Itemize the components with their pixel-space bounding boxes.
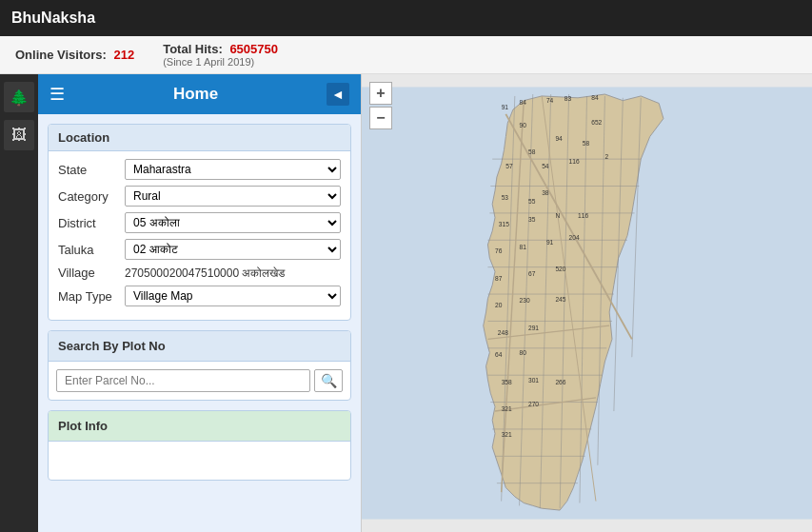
svg-text:91: 91	[546, 239, 554, 246]
taluka-select[interactable]: 02 आकोट	[125, 239, 341, 260]
plot-info-header: Plot Info	[49, 411, 350, 442]
svg-text:520: 520	[555, 266, 565, 272]
svg-text:321: 321	[502, 405, 512, 412]
online-label: Online Visitors:	[15, 48, 107, 62]
svg-text:266: 266	[555, 379, 565, 385]
svg-text:64: 64	[495, 351, 503, 358]
svg-text:652: 652	[591, 119, 602, 126]
svg-text:94: 94	[555, 135, 563, 142]
location-section: Location State Maharastra Category Rural…	[48, 124, 351, 321]
svg-text:91: 91	[502, 104, 509, 110]
side-panel: ☰ Home ◄ Location State Maharastra Categ…	[38, 74, 362, 532]
svg-text:230: 230	[520, 298, 530, 305]
plot-info-content	[49, 442, 350, 480]
online-visitors: Online Visitors: 212	[15, 48, 134, 62]
search-icon: 🔍	[321, 373, 337, 388]
svg-text:84: 84	[520, 99, 527, 106]
main-layout: 🌲 🖼 ☰ Home ◄ Location State Maharastra	[0, 74, 812, 532]
village-row: Village 270500020047510000 अकोलखेड	[58, 266, 341, 280]
nav-bar: ☰ Home ◄	[38, 74, 361, 114]
svg-text:83: 83	[564, 95, 572, 102]
svg-text:20: 20	[495, 302, 503, 308]
svg-text:270: 270	[528, 401, 539, 407]
svg-text:116: 116	[578, 212, 588, 219]
icon-sidebar: 🌲 🖼	[0, 74, 38, 532]
svg-text:N: N	[555, 212, 560, 219]
plot-info-section: Plot Info	[48, 410, 351, 481]
zoom-controls: + −	[369, 82, 392, 129]
online-value: 212	[113, 48, 134, 62]
since-label: (Since 1 April 2019)	[163, 56, 254, 68]
village-label: Village	[58, 266, 125, 280]
svg-text:54: 54	[542, 163, 549, 169]
map-type-label: Map Type	[58, 289, 125, 304]
svg-text:84: 84	[591, 94, 599, 101]
map-area[interactable]: + −	[362, 74, 812, 532]
svg-text:301: 301	[528, 377, 539, 384]
search-header: Search By Plot No	[49, 331, 350, 362]
tree-icon: 🌲	[10, 89, 29, 107]
location-header: Location	[49, 125, 350, 151]
app-title-bar: BhuNaksha	[0, 0, 812, 36]
svg-text:87: 87	[495, 275, 503, 282]
svg-text:248: 248	[498, 329, 508, 336]
zoom-in-button[interactable]: +	[369, 82, 392, 105]
total-value: 6505750	[229, 42, 278, 56]
collapse-button[interactable]: ◄	[327, 83, 349, 106]
search-input[interactable]	[56, 369, 310, 392]
svg-text:53: 53	[502, 194, 509, 201]
zoom-out-button[interactable]: −	[369, 107, 392, 129]
district-row: District 05 अकोला	[58, 212, 341, 233]
state-select[interactable]: Maharastra	[125, 159, 341, 180]
svg-text:76: 76	[495, 247, 503, 254]
image-icon: 🖼	[11, 127, 27, 144]
category-select[interactable]: Rural	[125, 186, 341, 207]
app-title: BhuNaksha	[11, 10, 95, 27]
svg-text:57: 57	[505, 163, 513, 169]
svg-text:80: 80	[520, 349, 527, 356]
taluka-label: Taluka	[58, 243, 125, 257]
svg-text:2: 2	[604, 153, 608, 160]
svg-text:74: 74	[546, 97, 554, 104]
svg-text:321: 321	[502, 431, 512, 438]
svg-text:67: 67	[528, 270, 536, 277]
svg-text:90: 90	[520, 122, 527, 128]
map-svg: 91 84 74 83 84 90 652 94 58 58 57 54 116…	[362, 74, 812, 532]
svg-text:81: 81	[520, 244, 527, 250]
village-value: 270500020047510000 अकोलखेड	[125, 266, 341, 280]
svg-text:245: 245	[555, 296, 565, 303]
map-type-row: Map Type Village Map	[58, 286, 341, 306]
svg-text:358: 358	[502, 379, 512, 385]
total-label: Total Hits:	[163, 42, 223, 56]
district-select[interactable]: 05 अकोला	[125, 212, 341, 233]
state-row: State Maharastra	[58, 159, 341, 180]
tree-icon-button[interactable]: 🌲	[4, 82, 34, 112]
svg-text:315: 315	[499, 221, 509, 227]
search-input-row: 🔍	[49, 362, 350, 400]
search-button[interactable]: 🔍	[314, 369, 343, 392]
total-hits-group: Total Hits: 6505750 (Since 1 April 2019)	[163, 42, 278, 68]
map-type-select[interactable]: Village Map	[125, 286, 341, 306]
svg-text:204: 204	[569, 234, 580, 241]
search-section: Search By Plot No 🔍	[48, 330, 351, 401]
svg-text:58: 58	[528, 148, 536, 155]
hamburger-icon[interactable]: ☰	[50, 84, 65, 105]
category-row: Category Rural	[58, 186, 341, 207]
image-icon-button[interactable]: 🖼	[4, 120, 34, 150]
svg-text:291: 291	[528, 325, 539, 331]
svg-text:38: 38	[542, 189, 549, 196]
taluka-row: Taluka 02 आकोट	[58, 239, 341, 260]
nav-title: Home	[173, 85, 218, 104]
svg-text:116: 116	[569, 158, 580, 165]
svg-text:55: 55	[528, 198, 536, 205]
svg-text:58: 58	[583, 140, 590, 147]
location-content: State Maharastra Category Rural District…	[49, 151, 350, 320]
category-label: Category	[58, 189, 125, 204]
state-label: State	[58, 163, 125, 177]
district-label: District	[58, 216, 125, 230]
svg-text:35: 35	[528, 216, 536, 223]
stats-bar: Online Visitors: 212 Total Hits: 6505750…	[0, 36, 812, 74]
